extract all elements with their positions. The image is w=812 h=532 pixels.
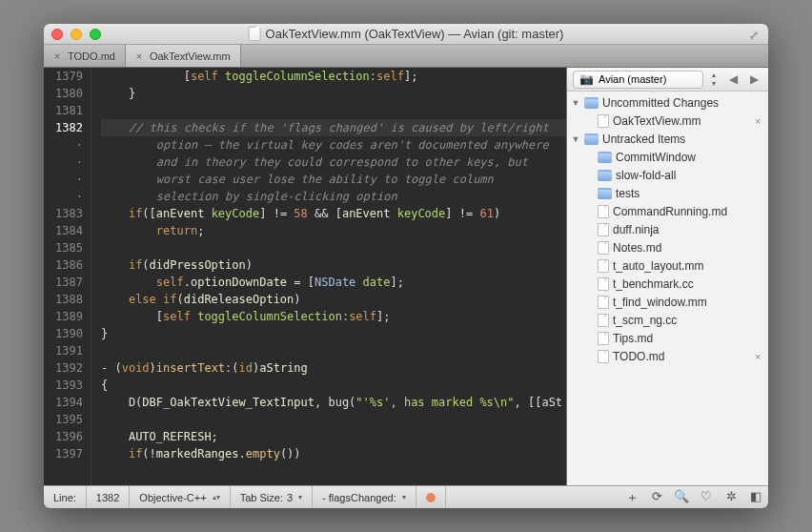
language-popup[interactable]: Objective-C++ ▴▾ bbox=[130, 486, 230, 508]
minimize-button[interactable] bbox=[71, 29, 82, 40]
status-line-value[interactable]: 1382 bbox=[87, 486, 130, 508]
code-line[interactable]: // this checks if the 'flags changed' is… bbox=[101, 119, 566, 136]
code-line[interactable] bbox=[101, 102, 566, 119]
line-number[interactable]: 1384 bbox=[44, 222, 83, 239]
tree-section-label: Uncommitted Changes bbox=[602, 96, 768, 110]
code-editor[interactable]: 1379▾138013811382····1383138413851386138… bbox=[44, 68, 566, 485]
line-number[interactable]: ▾1380 bbox=[44, 85, 83, 102]
code-line[interactable]: if([anEvent keyCode] != 58 && [anEvent k… bbox=[101, 205, 566, 222]
tree-item[interactable]: duff.ninja bbox=[567, 220, 768, 238]
history-stepper[interactable]: ▴ ▾ bbox=[707, 71, 721, 88]
tab[interactable]: ×OakTextView.mm bbox=[126, 45, 241, 67]
chevron-up-icon: ▴ bbox=[707, 71, 721, 79]
code-line[interactable] bbox=[101, 411, 566, 428]
line-number[interactable]: 1383 bbox=[44, 205, 83, 222]
line-number[interactable]: 1381 bbox=[44, 102, 83, 119]
line-number[interactable]: ▾1390 bbox=[44, 325, 83, 342]
code-line[interactable]: } bbox=[101, 325, 566, 342]
line-number[interactable]: 1395 bbox=[44, 411, 83, 428]
code-line[interactable]: and in theory they could correspond to o… bbox=[101, 153, 566, 171]
line-number[interactable]: ▾1393 bbox=[44, 377, 83, 394]
tree-item-label: OakTextView.mm bbox=[613, 114, 751, 128]
code-body[interactable]: [self toggleColumnSelection:self]; } // … bbox=[91, 68, 566, 485]
tree-item-close-button[interactable]: × bbox=[755, 351, 768, 362]
line-number[interactable]: · bbox=[44, 153, 83, 171]
zoom-button[interactable] bbox=[90, 29, 101, 40]
line-number[interactable]: 1394 bbox=[44, 394, 83, 411]
line-number[interactable]: 1379 bbox=[44, 68, 83, 85]
disclosure-triangle-icon[interactable]: ▼ bbox=[571, 134, 580, 144]
add-button[interactable]: ＋ bbox=[619, 489, 644, 506]
line-number[interactable]: 1386 bbox=[44, 256, 83, 274]
code-line[interactable]: AUTO_REFRESH; bbox=[101, 428, 566, 445]
tree-item[interactable]: TODO.md× bbox=[567, 347, 768, 365]
line-number[interactable]: 1392 bbox=[44, 359, 83, 377]
tab-close-button[interactable]: × bbox=[51, 51, 63, 62]
code-line[interactable]: [self toggleColumnSelection:self]; bbox=[101, 308, 566, 325]
tree-item-label: CommandRunning.md bbox=[613, 205, 768, 218]
tree-section-header[interactable]: ▼Uncommitted Changes bbox=[567, 93, 768, 112]
code-line[interactable]: if(!markedRanges.empty()) bbox=[101, 445, 566, 462]
tree-item[interactable]: Tips.md bbox=[567, 329, 768, 347]
settings-button[interactable]: ✲ bbox=[719, 489, 743, 503]
scm-scope-label: Avian (master) bbox=[599, 73, 666, 85]
code-line[interactable]: selection by single-clicking option bbox=[101, 188, 566, 205]
code-line[interactable] bbox=[101, 342, 566, 359]
tree-item-label: duff.ninja bbox=[613, 223, 768, 236]
file-tree: ▼Uncommitted ChangesOakTextView.mm×▼Untr… bbox=[567, 92, 768, 485]
line-number[interactable]: 1387 bbox=[44, 274, 83, 291]
file-icon bbox=[598, 259, 609, 273]
code-line[interactable]: worst case user lose the ability to togg… bbox=[101, 171, 566, 188]
tree-item-close-button[interactable]: × bbox=[755, 115, 768, 127]
code-line[interactable]: - (void)insertText:(id)aString bbox=[101, 359, 566, 377]
tree-item[interactable]: OakTextView.mm× bbox=[567, 112, 768, 130]
code-line[interactable]: else if(didReleaseOption) bbox=[101, 291, 566, 308]
code-line[interactable]: [self toggleColumnSelection:self]; bbox=[101, 68, 566, 85]
tree-item[interactable]: CommitWindow bbox=[567, 148, 768, 166]
line-number[interactable]: · bbox=[44, 171, 83, 188]
code-line[interactable]: self.optionDownDate = [NSDate date]; bbox=[101, 274, 566, 291]
line-number[interactable]: 1388 bbox=[44, 291, 83, 308]
line-number[interactable]: · bbox=[44, 188, 83, 205]
search-button[interactable]: 🔍 bbox=[669, 489, 694, 503]
line-number[interactable]: 1391 bbox=[44, 342, 83, 359]
code-line[interactable] bbox=[101, 239, 566, 256]
reload-button[interactable]: ⟳ bbox=[644, 489, 669, 503]
line-number[interactable]: 1382 bbox=[44, 119, 83, 136]
tab[interactable]: ×TODO.md bbox=[44, 45, 126, 67]
tab-close-button[interactable]: × bbox=[133, 51, 145, 62]
code-line[interactable]: return; bbox=[101, 222, 566, 239]
document-proxy-icon[interactable] bbox=[249, 27, 261, 41]
code-line[interactable]: D(DBF_OakTextView_TextInput, bug("'%s', … bbox=[101, 394, 566, 411]
line-number[interactable]: · bbox=[44, 136, 83, 153]
line-number[interactable]: 1385 bbox=[44, 239, 83, 256]
code-line[interactable]: option — the virtual key codes aren't do… bbox=[101, 136, 566, 153]
tree-item[interactable]: t_scm_ng.cc bbox=[567, 311, 768, 329]
tree-item[interactable]: t_benchmark.cc bbox=[567, 275, 768, 293]
tree-section-header[interactable]: ▼Untracked Items bbox=[567, 130, 768, 148]
fullscreen-button[interactable]: ⤢ bbox=[749, 29, 762, 40]
line-number[interactable]: 1389 bbox=[44, 308, 83, 325]
line-number[interactable]: 1397 bbox=[44, 445, 83, 462]
toggle-sidebar-button[interactable]: ◧ bbox=[743, 489, 768, 503]
scm-scope-popup[interactable]: 📷 Avian (master) bbox=[573, 71, 703, 89]
gear-icon: ✲ bbox=[726, 489, 737, 503]
symbol-popup[interactable]: - flagsChanged: ▾ bbox=[313, 486, 416, 508]
tree-item[interactable]: t_find_window.mm bbox=[567, 293, 768, 311]
nav-back-button[interactable]: ◀ bbox=[724, 71, 741, 88]
tab-size-popup[interactable]: Tab Size: 3 ▾ bbox=[231, 486, 313, 508]
tree-item[interactable]: CommandRunning.md bbox=[567, 202, 768, 220]
nav-forward-button[interactable]: ▶ bbox=[745, 71, 762, 88]
disclosure-triangle-icon[interactable]: ▼ bbox=[571, 98, 580, 108]
macro-record-button[interactable] bbox=[416, 486, 446, 508]
line-number[interactable]: 1396 bbox=[44, 428, 83, 445]
tree-item[interactable]: Notes.md bbox=[567, 238, 768, 256]
code-line[interactable]: } bbox=[101, 85, 566, 102]
tree-item[interactable]: tests bbox=[567, 184, 768, 202]
code-line[interactable]: if(didPressOption) bbox=[101, 256, 566, 274]
favorites-button[interactable]: ♡ bbox=[694, 489, 719, 503]
close-button[interactable] bbox=[51, 29, 63, 40]
tree-item[interactable]: t_auto_layout.mm bbox=[567, 256, 768, 275]
code-line[interactable]: { bbox=[101, 377, 566, 394]
tree-item[interactable]: slow-fold-all bbox=[567, 166, 768, 184]
